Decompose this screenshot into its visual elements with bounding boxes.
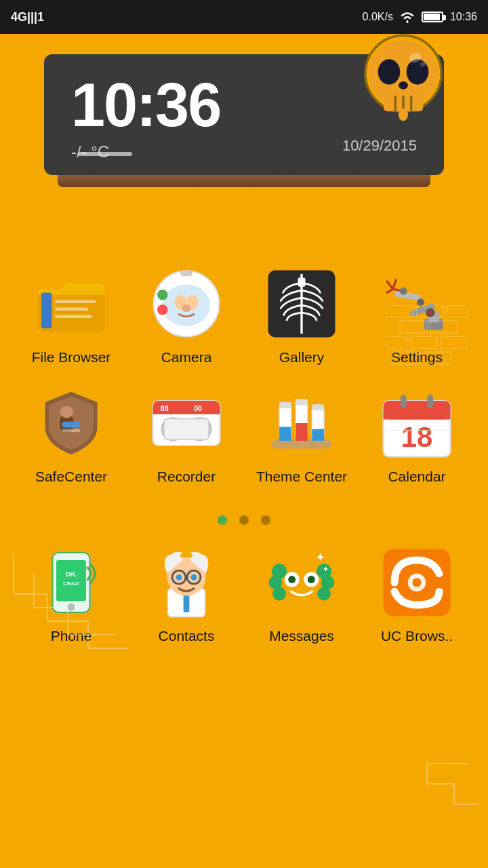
file-browser-icon: [34, 267, 108, 341]
app-contacts[interactable]: Contacts: [129, 538, 244, 651]
svg-rect-59: [62, 429, 80, 432]
svg-rect-51: [394, 290, 421, 300]
contacts-icon: [149, 545, 224, 620]
left-decoration: [7, 553, 142, 678]
svg-rect-76: [296, 399, 308, 406]
page-dot-2[interactable]: [239, 515, 249, 525]
recorder-icon: 88 00: [149, 386, 224, 460]
svg-rect-72: [279, 427, 291, 441]
clock-left: 10:36 -/- °C: [71, 75, 220, 161]
svg-point-114: [288, 576, 296, 583]
svg-rect-33: [41, 293, 52, 329]
svg-point-57: [60, 406, 74, 418]
svg-rect-0: [386, 305, 413, 317]
theme-center-icon: [264, 386, 339, 460]
svg-text:00: 00: [194, 404, 202, 412]
svg-point-81: [300, 411, 303, 414]
gallery-label: Gallery: [279, 349, 325, 366]
clock-widget: 10:36 -/- °C 10/29/2015: [44, 54, 444, 175]
clock-display: 10:36: [71, 75, 220, 136]
app-uc-browser[interactable]: UC Brows..: [359, 538, 474, 651]
camera-icon: [149, 267, 224, 341]
app-gallery[interactable]: Gallery: [244, 256, 359, 376]
svg-text:✦: ✦: [315, 551, 325, 564]
contacts-label: Contacts: [159, 628, 215, 644]
svg-point-108: [272, 587, 286, 601]
signal-indicator: 4G|||1: [11, 10, 44, 24]
uc-browser-icon: [380, 545, 454, 620]
skull-decoration: [356, 34, 451, 129]
svg-point-102: [191, 574, 197, 580]
app-safe-center[interactable]: SafeCenter: [14, 376, 129, 495]
wifi-icon: [400, 11, 415, 23]
svg-text:88: 88: [161, 404, 169, 412]
svg-point-42: [157, 290, 167, 300]
svg-rect-6: [410, 336, 437, 349]
svg-point-80: [300, 417, 304, 422]
page-dot-1[interactable]: [218, 515, 227, 525]
app-recorder[interactable]: 88 00 Recorder: [129, 376, 244, 495]
svg-rect-2: [447, 305, 468, 317]
theme-center-label: Theme Center: [256, 469, 347, 485]
svg-rect-84: [384, 414, 451, 420]
svg-rect-58: [62, 422, 80, 428]
svg-rect-35: [55, 308, 89, 311]
svg-rect-7: [441, 336, 468, 349]
messages-label: Messages: [269, 628, 334, 644]
svg-point-41: [182, 304, 190, 312]
svg-rect-79: [312, 405, 324, 411]
svg-rect-5: [386, 336, 407, 349]
app-messages[interactable]: ✦ ✦ Messages: [244, 538, 359, 651]
uc-browser-label: UC Brows..: [381, 628, 453, 644]
svg-rect-75: [296, 423, 308, 441]
svg-rect-36: [55, 315, 92, 318]
app-calendar[interactable]: 18 Calendar: [359, 376, 474, 495]
safe-center-label: SafeCenter: [35, 469, 107, 485]
gallery-icon: [264, 267, 339, 341]
camera-label: Camera: [161, 349, 212, 366]
calendar-label: Calendar: [388, 469, 445, 485]
svg-point-101: [176, 574, 182, 580]
date-display: 10/29/2015: [342, 137, 417, 155]
svg-rect-3: [400, 321, 427, 333]
svg-rect-67: [164, 418, 209, 439]
svg-text:18: 18: [401, 421, 433, 453]
svg-rect-47: [298, 278, 306, 287]
recorder-label: Recorder: [157, 469, 216, 485]
app-camera[interactable]: Camera: [129, 256, 244, 376]
clock-status: 10:36: [450, 11, 477, 23]
svg-rect-1: [417, 305, 444, 317]
calendar-icon: 18: [380, 386, 454, 460]
svg-point-22: [378, 59, 401, 84]
svg-rect-78: [312, 429, 324, 441]
page-dot-3[interactable]: [261, 515, 270, 525]
svg-point-109: [317, 587, 331, 601]
svg-point-54: [400, 288, 407, 295]
app-theme-center[interactable]: Theme Center: [244, 376, 359, 495]
status-bar: 4G|||1 0.0K/s 10:36: [0, 0, 488, 34]
brick-decoration: [386, 305, 468, 376]
file-browser-label: File Browser: [32, 349, 111, 366]
svg-point-24: [399, 81, 408, 90]
svg-point-115: [308, 576, 315, 583]
svg-rect-44: [180, 271, 192, 277]
messages-icon: ✦ ✦: [264, 545, 339, 620]
svg-rect-73: [279, 402, 291, 408]
status-right: 0.0K/s 10:36: [363, 11, 477, 23]
svg-rect-34: [55, 300, 96, 303]
svg-text:✦: ✦: [323, 565, 329, 573]
svg-rect-85: [401, 395, 407, 408]
svg-rect-8: [393, 352, 420, 364]
app-file-browser[interactable]: File Browser: [14, 256, 129, 376]
svg-rect-9: [424, 352, 451, 364]
svg-point-29: [399, 108, 408, 121]
battery-icon: [422, 12, 443, 22]
svg-rect-4: [430, 321, 458, 333]
svg-rect-86: [427, 395, 433, 408]
svg-point-43: [157, 304, 167, 315]
svg-point-118: [412, 578, 421, 587]
chalk-line: [78, 152, 132, 156]
network-speed: 0.0K/s: [363, 11, 393, 23]
page-indicators: [0, 515, 488, 525]
right-decoration: [413, 757, 481, 814]
